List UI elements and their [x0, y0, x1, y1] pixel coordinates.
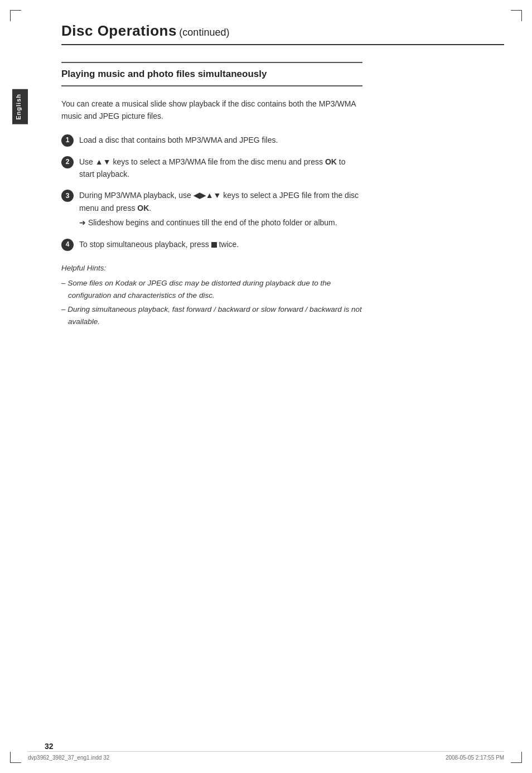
header-title: Disc Operations — [61, 22, 177, 39]
stop-icon — [211, 242, 217, 248]
page-header: Disc Operations (continued) — [61, 22, 504, 45]
header-subtitle: (continued) — [179, 27, 229, 38]
key-arrows: ◀▶▲▼ — [194, 191, 221, 200]
step-content-1: Load a disc that contains both MP3/WMA a… — [79, 134, 362, 146]
corner-mark-br — [511, 752, 522, 763]
corner-mark-tr — [511, 10, 522, 21]
footer-left: dvp3962_3982_37_eng1.indd 32 — [28, 755, 109, 761]
step-number-1: 1 — [61, 134, 74, 147]
key-up-down: ▲▼ — [95, 157, 111, 166]
step-number-4: 4 — [61, 239, 74, 251]
hints-title: Helpful Hints: — [61, 262, 362, 274]
step-number-2: 2 — [61, 156, 74, 168]
sidebar-language-label: English — [12, 89, 28, 124]
step-content-3: During MP3/WMA playback, use ◀▶▲▼ keys t… — [79, 189, 362, 229]
section-title: Playing music and photo files simultaneo… — [61, 67, 362, 81]
step-number-3: 3 — [61, 190, 74, 202]
corner-mark-bl — [10, 752, 21, 763]
step-3: 3 During MP3/WMA playback, use ◀▶▲▼ keys… — [61, 189, 362, 229]
hint-1: – Some files on Kodak or JPEG disc may b… — [61, 277, 362, 301]
hints-section: Helpful Hints: – Some files on Kodak or … — [61, 262, 362, 328]
step-1: 1 Load a disc that contains both MP3/WMA… — [61, 134, 362, 147]
intro-paragraph: You can create a musical slide show play… — [61, 98, 362, 123]
page: English Disc Operations (continued) Play… — [0, 0, 532, 773]
main-content: Playing music and photo files simultaneo… — [61, 62, 362, 328]
step-2: 2 Use ▲▼ keys to select a MP3/WMA file f… — [61, 156, 362, 181]
step-4: 4 To stop simultaneous playback, press t… — [61, 238, 362, 251]
step-content-4: To stop simultaneous playback, press twi… — [79, 238, 362, 250]
hint-2: – During simultaneous playback, fast for… — [61, 303, 362, 327]
section-header: Playing music and photo files simultaneo… — [61, 62, 362, 86]
corner-mark-tl — [10, 10, 21, 21]
step-content-2: Use ▲▼ keys to select a MP3/WMA file fro… — [79, 156, 362, 181]
footer: dvp3962_3982_37_eng1.indd 32 2008-05-05 … — [28, 751, 504, 761]
footer-right: 2008-05-05 2:17:55 PM — [446, 755, 504, 761]
page-number: 32 — [45, 742, 54, 751]
step-3-arrow: ➜ Slideshow begins and continues till th… — [79, 216, 362, 229]
